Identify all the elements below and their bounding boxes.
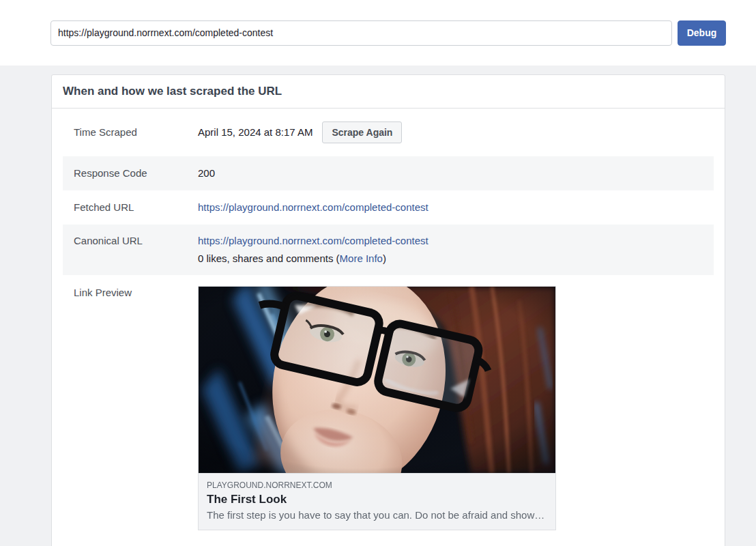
canonical-url-label: Canonical URL	[74, 234, 198, 265]
link-preview-description: The first step is you have to say that y…	[207, 508, 547, 522]
row-fetched-url: Fetched URL https://playground.norrnext.…	[63, 190, 714, 225]
link-preview-label: Link Preview	[74, 286, 198, 300]
more-info-link[interactable]: More Info	[340, 253, 383, 264]
response-code-value: 200	[198, 167, 215, 180]
row-time-scraped: Time Scraped April 15, 2024 at 8:17 AM S…	[63, 109, 714, 156]
row-canonical-url: Canonical URL https://playground.norrnex…	[63, 225, 714, 275]
url-input[interactable]	[50, 20, 672, 46]
scrape-again-button[interactable]: Scrape Again	[322, 121, 402, 143]
time-scraped-label: Time Scraped	[74, 126, 198, 139]
scrape-info-card: When and how we last scraped the URL Tim…	[51, 74, 725, 546]
link-preview-card[interactable]: PLAYGROUND.NORRNEXT.COM The First Look T…	[198, 286, 556, 530]
debug-toolbar: Debug	[0, 0, 756, 66]
engagement-stats: 0 likes, shares and comments (More Info)	[198, 252, 428, 265]
fetched-url-label: Fetched URL	[74, 201, 198, 214]
engagement-suffix: )	[383, 253, 386, 264]
engagement-prefix: 0 likes, shares and comments (	[198, 253, 340, 264]
card-body: Time Scraped April 15, 2024 at 8:17 AM S…	[52, 109, 725, 546]
link-preview-image	[199, 287, 555, 473]
link-preview-domain: PLAYGROUND.NORRNEXT.COM	[207, 480, 547, 491]
card-header: When and how we last scraped the URL	[52, 75, 725, 109]
card-title: When and how we last scraped the URL	[63, 85, 282, 98]
time-scraped-value: April 15, 2024 at 8:17 AM	[198, 126, 312, 139]
link-preview-footer: PLAYGROUND.NORRNEXT.COM The First Look T…	[199, 473, 555, 530]
response-code-label: Response Code	[74, 167, 198, 180]
link-preview-title: The First Look	[207, 492, 547, 507]
row-response-code: Response Code 200	[63, 156, 714, 190]
debug-button[interactable]: Debug	[678, 20, 726, 46]
row-link-preview: Link Preview	[63, 275, 714, 541]
fetched-url-link[interactable]: https://playground.norrnext.com/complete…	[198, 201, 428, 214]
canonical-url-link[interactable]: https://playground.norrnext.com/complete…	[198, 235, 428, 246]
